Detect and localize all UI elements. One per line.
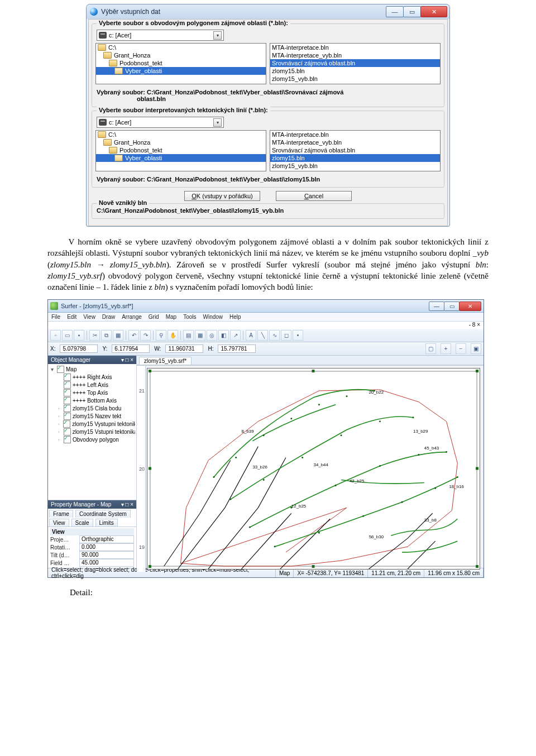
file-item[interactable]: zlomy15.bln xyxy=(270,154,440,162)
drive-combo-1[interactable]: c: [Acer] ▾ xyxy=(97,30,224,41)
folder-item[interactable]: Grant_Honza xyxy=(96,51,266,59)
folder-item[interactable]: Podobnost_tekt xyxy=(96,59,266,67)
tool-fit-icon[interactable]: ▣ xyxy=(471,343,481,354)
menu-item[interactable]: Tools xyxy=(183,314,196,320)
folder-item[interactable]: Grant_Honza xyxy=(96,138,266,146)
tree-node[interactable]: ++++ Right Axis xyxy=(49,373,135,381)
tree-node[interactable]: ·zlomy15 Nazev tekt xyxy=(49,412,135,420)
property-tabs[interactable]: FrameCoordinate SystemViewScaleLimits xyxy=(48,509,136,527)
tool-new-icon[interactable]: ▫ xyxy=(50,330,61,341)
minimize-button[interactable]: — xyxy=(429,302,444,311)
tool-map-icon[interactable]: ▤ xyxy=(183,330,194,341)
property-tab[interactable]: Limits xyxy=(95,519,118,527)
ok-button[interactable]: OK (vstupy v pořádku) xyxy=(184,191,260,201)
tree-node[interactable]: ▾Map xyxy=(49,365,135,373)
property-row[interactable]: Proje…Orthographic xyxy=(50,535,134,543)
folder-item[interactable]: C:\ xyxy=(96,44,266,51)
menu-item[interactable]: Grid xyxy=(149,314,159,320)
menu-item[interactable]: Window xyxy=(203,314,223,320)
tree-node[interactable]: ++++ Bottom Axis xyxy=(49,396,135,404)
coord-w[interactable]: 11.960731 xyxy=(165,344,203,353)
property-tab[interactable]: Frame xyxy=(49,510,73,518)
document-tab[interactable]: zlomy15_vyb.srf* xyxy=(139,357,192,365)
tool-text-icon[interactable]: A xyxy=(246,330,256,341)
property-tab[interactable]: View xyxy=(49,519,69,527)
child-window-controls[interactable]: - 8 × xyxy=(48,322,484,329)
tool-save-icon[interactable]: ▪ xyxy=(74,330,84,341)
tool-copy-icon[interactable]: ⧉ xyxy=(101,330,112,341)
tool-redo-icon[interactable]: ↷ xyxy=(140,330,151,341)
menu-bar[interactable]: FileEditViewDrawArrangeGridMapToolsWindo… xyxy=(48,313,484,322)
close-button[interactable]: ✕ xyxy=(459,302,481,311)
property-tab[interactable]: Coordinate System xyxy=(75,510,131,518)
file-listbox-1[interactable]: MTA-interpretace.blnMTA-interpretace_vyb… xyxy=(270,43,441,84)
pane-opts-icon[interactable]: ▾ □ × xyxy=(121,357,133,363)
tool-pan-icon[interactable]: ✋ xyxy=(168,330,178,341)
property-tab[interactable]: Scale xyxy=(71,519,93,527)
tree-node[interactable]: ·zlomy15 Vstupni tektonika xyxy=(49,428,135,436)
menu-item[interactable]: Arrange xyxy=(122,314,142,320)
document-tabs[interactable]: zlomy15_vyb.srf* xyxy=(137,356,484,365)
drive-combo-2[interactable]: c: [Acer] ▾ xyxy=(97,117,224,128)
tool-grid-icon[interactable]: ▦ xyxy=(195,330,205,341)
tree-node[interactable]: ·Obvodovy polygon xyxy=(49,436,135,443)
tool-curve-icon[interactable]: ∿ xyxy=(269,330,280,341)
map-plot[interactable]: 8_b3920_b2233_b2634_b4442_b2512_b2518_b1… xyxy=(147,368,480,570)
tree-node[interactable]: ·zlomy15 Cisla bodu xyxy=(49,404,135,412)
tool-vector-icon[interactable]: ↗ xyxy=(230,330,241,341)
cancel-button[interactable]: Cancel xyxy=(276,191,352,201)
tool-open-icon[interactable]: ▭ xyxy=(62,330,73,341)
menu-item[interactable]: Draw xyxy=(102,314,115,320)
tree-node[interactable]: ++++ Left Axis xyxy=(49,381,135,389)
coord-x[interactable]: 5.079798 xyxy=(60,344,98,353)
folder-item[interactable]: C:\ xyxy=(96,131,266,138)
file-item[interactable]: zlomy15_vyb.bln xyxy=(270,75,440,83)
tool-arrow-icon[interactable]: ▢ xyxy=(425,343,436,354)
folder-item[interactable]: Podobnost_tekt xyxy=(96,146,266,154)
drive-value: c: [Acer] xyxy=(109,32,131,39)
toolbar[interactable]: ▫ ▭ ▪ ✂ ⧉ ▦ ↶ ↷ ⚲ ✋ ▤ ▦ ◎ ◧ ↗ A xyxy=(48,329,484,342)
object-tree[interactable]: ▾Map++++ Right Axis++++ Left Axis++++ To… xyxy=(48,364,136,500)
tool-contour-icon[interactable]: ◎ xyxy=(207,330,217,341)
file-item[interactable]: MTA-interpretace_vyb.bln xyxy=(270,51,440,59)
maximize-button[interactable]: ▭ xyxy=(444,302,460,311)
file-listbox-2[interactable]: MTA-interpretace.blnMTA-interpretace_vyb… xyxy=(270,130,441,171)
maximize-button[interactable]: ▭ xyxy=(403,6,421,17)
tree-node[interactable]: ·zlomy15 Vystupni tektonika xyxy=(49,420,135,428)
folder-item[interactable]: Vyber_oblasti xyxy=(96,67,266,75)
tool-paste-icon[interactable]: ▦ xyxy=(113,330,123,341)
file-item[interactable]: MTA-interpretace_vyb.bln xyxy=(270,138,440,146)
property-row[interactable]: Rotati…0.000 xyxy=(50,543,134,551)
file-item[interactable]: MTA-interpretace.bln xyxy=(270,44,440,51)
tool-zoom-icon[interactable]: ⚲ xyxy=(156,330,166,341)
file-item[interactable]: Srovnávací zájmová oblast.bln xyxy=(270,146,440,154)
folder-item[interactable]: Vyber_oblasti xyxy=(96,154,266,162)
menu-item[interactable]: Help xyxy=(229,314,241,320)
tree-node[interactable]: ++++ Top Axis xyxy=(49,389,135,396)
pane-opts-icon[interactable]: ▾ □ × xyxy=(121,501,133,508)
menu-item[interactable]: Edit xyxy=(67,314,76,320)
property-row[interactable]: Field …45.000 xyxy=(50,559,134,567)
property-row[interactable]: Tilt (d…90.000 xyxy=(50,551,134,559)
file-item[interactable]: zlomy15_vyb.bln xyxy=(270,162,440,170)
file-item[interactable]: Srovnávací zájmová oblast.bln xyxy=(270,59,440,67)
folder-listbox-1[interactable]: C:\Grant_HonzaPodobnost_tektVyber_oblast… xyxy=(95,43,266,84)
tool-cut-icon[interactable]: ✂ xyxy=(89,330,100,341)
tool-shape-icon[interactable]: ◻ xyxy=(281,330,291,341)
tool-point-icon[interactable]: • xyxy=(293,330,303,341)
folder-listbox-2[interactable]: C:\Grant_HonzaPodobnost_tektVyber_oblast… xyxy=(95,130,266,171)
coord-h[interactable]: 15.797781 xyxy=(218,344,256,353)
menu-item[interactable]: Map xyxy=(166,314,176,320)
file-item[interactable]: MTA-interpretace.bln xyxy=(270,131,440,138)
tool-zoomout-icon[interactable]: − xyxy=(456,343,466,354)
close-button[interactable]: ✕ xyxy=(420,6,447,17)
tool-zoomin-icon[interactable]: + xyxy=(441,343,451,354)
minimize-button[interactable]: — xyxy=(386,6,404,17)
menu-item[interactable]: View xyxy=(83,314,95,320)
tool-line-icon[interactable]: ╲ xyxy=(257,330,268,341)
coord-y[interactable]: 6.177954 xyxy=(112,344,150,353)
file-item[interactable]: zlomy15.bln xyxy=(270,67,440,75)
menu-item[interactable]: File xyxy=(51,314,60,320)
tool-undo-icon[interactable]: ↶ xyxy=(128,330,139,341)
tool-3d-icon[interactable]: ◧ xyxy=(218,330,229,341)
